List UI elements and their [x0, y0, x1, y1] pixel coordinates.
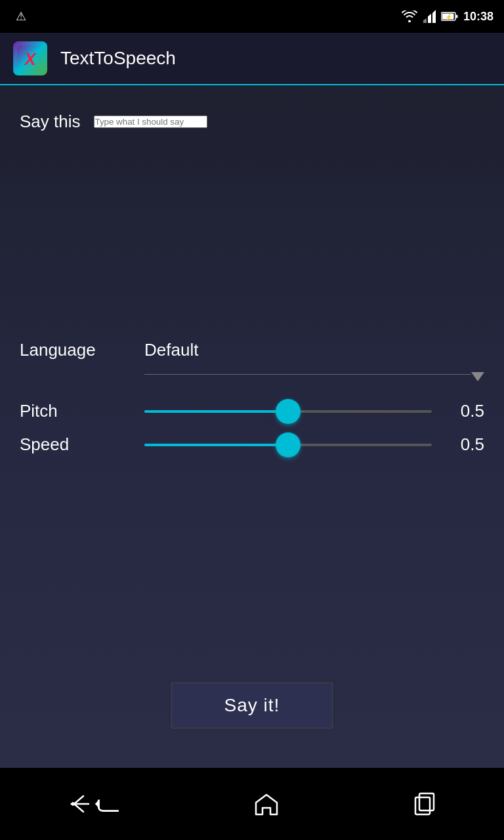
svg-text:X: X: [23, 49, 37, 69]
recents-icon: [410, 789, 439, 818]
pitch-slider-row: Pitch 0.5: [20, 401, 484, 421]
speed-thumb[interactable]: [276, 432, 301, 457]
speed-slider-row: Speed 0.5: [20, 434, 484, 455]
pitch-label: Pitch: [20, 401, 131, 421]
svg-rect-10: [419, 793, 434, 810]
say-this-input[interactable]: [94, 116, 207, 128]
home-button[interactable]: [252, 789, 281, 818]
dropdown-arrow-icon: [471, 372, 484, 381]
language-value: Default: [144, 340, 198, 360]
battery-icon: ⚡: [441, 11, 458, 22]
svg-rect-5: [455, 15, 457, 18]
recents-button[interactable]: [410, 789, 439, 818]
pitch-track: [144, 410, 432, 413]
svg-rect-9: [415, 797, 430, 814]
language-label: Language: [20, 340, 131, 360]
say-this-label: Say this: [20, 112, 81, 132]
status-time: 10:38: [463, 10, 494, 24]
pitch-fill: [144, 410, 288, 413]
status-bar: ⚠ ⚡ 10:38: [0, 0, 504, 33]
speed-slider-container: [144, 444, 432, 446]
app-title: TextToSpeech: [60, 48, 176, 69]
app-bar: X TextToSpeech: [0, 33, 504, 85]
speed-value: 0.5: [445, 434, 484, 455]
language-underline-row: [144, 367, 484, 381]
say-it-button[interactable]: Say it!: [171, 682, 333, 728]
controls-section: Language Default Pitch 0.5 Speed: [20, 340, 484, 468]
svg-marker-0: [432, 10, 436, 23]
say-this-row: Say this: [20, 112, 484, 132]
speed-label: Speed: [20, 434, 131, 455]
language-row: Language Default: [20, 340, 484, 360]
back-icon: [65, 789, 94, 818]
language-dropdown-area[interactable]: Default: [144, 340, 198, 360]
svg-marker-1: [428, 14, 431, 23]
pitch-thumb[interactable]: [276, 399, 301, 424]
svg-text:⚡: ⚡: [444, 13, 452, 21]
home-icon: [252, 789, 281, 818]
back-button[interactable]: [65, 789, 123, 818]
nav-bar: [0, 768, 504, 840]
back-arrow-icon: [94, 792, 123, 816]
warning-icon: ⚠: [16, 9, 26, 24]
pitch-value: 0.5: [445, 401, 484, 421]
main-content: Say this Language Default Pitch: [0, 85, 504, 768]
speed-track: [144, 444, 432, 446]
speed-fill: [144, 444, 288, 446]
app-icon: X: [13, 41, 47, 75]
say-it-button-container: Say it!: [20, 682, 484, 728]
svg-marker-2: [423, 18, 427, 23]
wifi-icon: [402, 10, 417, 22]
signal-icon: [423, 10, 436, 23]
pitch-slider-container: [144, 410, 432, 413]
